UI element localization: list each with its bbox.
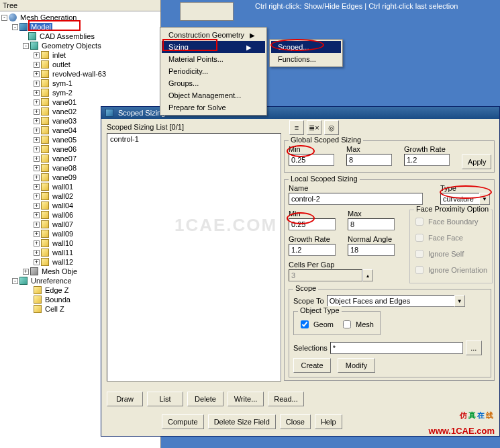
expand-icon[interactable]: + [34,62,40,68]
global-growth-input[interactable] [404,154,450,166]
local-growth-input[interactable] [289,244,336,256]
list-item[interactable]: control-1 [110,135,278,143]
scope-to-dropdown[interactable]: ▼ [327,295,465,307]
expand-icon[interactable]: + [34,71,40,77]
geometry-icon [41,107,49,116]
tree-geom-objects[interactable]: -Geometry Objects [1,41,160,50]
expand-icon[interactable]: + [34,118,40,124]
modify-button[interactable]: Modify [338,358,375,373]
tree-model[interactable]: -Model [1,22,160,32]
context-menu-model[interactable]: Construction Geometry▶Sizing▶Material Po… [160,27,267,116]
expand-icon[interactable]: + [34,81,40,87]
tree-label: vane03 [51,117,78,125]
local-max-input[interactable] [348,218,395,230]
help-button[interactable]: Help [315,414,342,429]
collapse-icon[interactable]: - [12,278,18,284]
type-dropdown[interactable]: ▼ [440,193,490,205]
geometry-icon [41,51,49,59]
expand-icon[interactable]: + [23,269,29,275]
name-input[interactable] [289,193,423,205]
menu-item-functions[interactable]: Functions... [271,53,341,65]
expand-icon[interactable]: + [34,109,40,115]
view-toolbar[interactable] [180,2,234,21]
expand-icon[interactable]: + [34,165,40,171]
expand-icon[interactable]: + [34,250,40,256]
write-button[interactable]: Write... [228,392,264,406]
menu-item-scoped[interactable]: Scoped... [271,41,341,53]
browse-button[interactable]: ... [466,341,482,355]
apply-button[interactable]: Apply [462,154,491,169]
tree-item[interactable]: +outlet [1,60,160,69]
global-min-input[interactable] [289,154,334,166]
tree-item[interactable]: +sym-2 [1,88,160,97]
draw-button[interactable]: Draw [107,392,143,406]
menu-item[interactable]: Material Points... [162,53,265,65]
tree-cad[interactable]: CAD Assemblies [1,32,160,41]
list-button[interactable]: List [147,392,183,406]
scope-to-label: Scope To [293,297,324,305]
expand-icon[interactable]: + [34,222,40,228]
tree-header: Tree [0,0,160,11]
expand-icon[interactable]: + [34,137,40,143]
collapse-icon[interactable]: - [1,15,7,21]
menu-item[interactable]: Object Management... [162,89,265,101]
chevron-down-icon[interactable]: ▼ [479,193,490,205]
tree-root[interactable]: -Mesh Generation [1,13,160,22]
target-button[interactable]: ◎ [324,120,339,135]
expand-icon[interactable]: + [34,240,40,247]
global-max-input[interactable] [346,154,392,166]
menu-item[interactable]: Construction Geometry▶ [162,29,265,41]
normal-angle-input[interactable] [348,244,395,256]
expand-icon[interactable]: + [34,231,40,237]
menu-item[interactable]: Prepare for Solve [162,101,265,114]
deselect-button[interactable]: ≣× [307,120,321,135]
proximity-checkbox[interactable]: Face Boundary [413,216,489,228]
proximity-checkbox[interactable]: Face Face [413,232,489,244]
expand-icon[interactable]: + [34,90,40,96]
submenu-sizing[interactable]: Scoped... Functions... [269,39,343,67]
expand-icon[interactable]: + [34,184,40,190]
geometry-icon [41,239,49,247]
menu-item[interactable]: Periodicity... [162,65,265,77]
expand-icon[interactable]: + [34,175,40,181]
collapse-icon[interactable]: - [23,43,29,49]
expand-icon[interactable]: + [34,52,40,58]
tree-label: vane01 [51,98,78,106]
delete-button[interactable]: Delete [187,392,223,406]
read-button[interactable]: Read... [268,392,304,406]
expand-icon[interactable]: + [34,203,40,209]
close-button[interactable]: Close [280,414,311,429]
menu-item[interactable]: Sizing▶ [162,41,265,53]
expand-icon[interactable]: + [34,156,40,162]
selections-input[interactable] [330,342,463,354]
expand-icon[interactable]: + [34,146,40,152]
expand-icon[interactable]: + [34,99,40,105]
menu-label: Groups... [168,79,199,87]
expand-icon[interactable]: + [34,212,40,218]
delete-size-field-button[interactable]: Delete Size Field [208,414,276,429]
geom-checkbox[interactable]: Geom [298,318,334,330]
sizing-list[interactable]: control-1 [107,133,281,382]
select-all-button[interactable]: ≡ [289,120,304,135]
local-min-input[interactable] [289,218,336,230]
compute-button[interactable]: Compute [162,414,204,429]
mesh-checkbox[interactable]: Mesh [340,318,374,330]
expand-icon[interactable]: + [34,128,40,134]
tree-item[interactable]: +inlet [1,50,160,60]
expand-icon[interactable]: + [34,259,40,265]
proximity-checkbox[interactable]: Ignore Orientation [413,264,489,276]
collapse-icon[interactable]: - [12,24,18,30]
menu-item[interactable]: Groups... [162,77,265,89]
tree-item[interactable]: +vane01 [1,97,160,107]
menu-label: Construction Geometry [168,31,244,39]
tree-label: vane08 [51,164,78,172]
tree-item[interactable]: +revolved-wall-63 [1,69,160,79]
menu-label: Periodicity... [168,67,208,75]
create-button[interactable]: Create [293,358,331,373]
geometry-icon [41,126,49,134]
min-label: Min [289,210,336,218]
tree-item[interactable]: +sym-1 [1,79,160,88]
chevron-down-icon[interactable]: ▼ [454,295,465,307]
expand-icon[interactable]: + [34,193,40,199]
proximity-checkbox[interactable]: Ignore Self [413,248,489,260]
